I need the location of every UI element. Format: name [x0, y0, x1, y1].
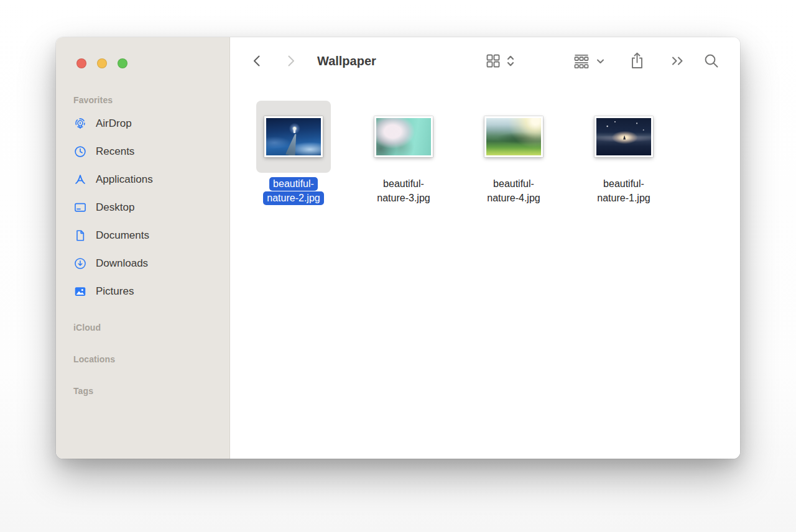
downloads-icon [73, 257, 87, 270]
sidebar: Favorites AirDrop [56, 37, 230, 459]
thumbnail-box [476, 101, 551, 173]
chevron-left-icon [250, 53, 264, 68]
file-name-label: beautiful- nature-2.jpg [256, 177, 331, 205]
sidebar-item-label: Applications [96, 173, 153, 186]
file-name-line: beautiful- [269, 177, 318, 191]
back-button[interactable] [250, 53, 264, 68]
file-name-line: beautiful- [377, 177, 430, 191]
sort-chevrons-icon [506, 53, 515, 68]
file-name-line: nature-4.jpg [487, 191, 540, 205]
file-name-line: nature-3.jpg [377, 191, 430, 205]
toolbar: Wallpaper [230, 37, 740, 85]
thumbnail-box [366, 101, 441, 173]
desktop-background: Favorites AirDrop [0, 0, 796, 532]
group-by-button[interactable] [573, 53, 605, 69]
group-by-icon [573, 53, 590, 69]
file-name-label: beautiful- nature-3.jpg [377, 177, 430, 205]
sidebar-item-label: AirDrop [96, 117, 132, 130]
sidebar-section-tags: Tags [56, 385, 229, 397]
file-name-line: beautiful- [487, 177, 540, 191]
file-item-beautiful-nature-4[interactable]: beautiful- nature-4.jpg [476, 101, 551, 205]
selected-thumbnail-highlight [256, 101, 331, 173]
desktop-icon [73, 201, 87, 214]
chevron-down-icon [596, 57, 605, 66]
file-thumbnail [264, 116, 323, 157]
sidebar-item-applications[interactable]: Applications [56, 165, 229, 193]
file-item-beautiful-nature-3[interactable]: beautiful- nature-3.jpg [366, 101, 441, 205]
file-name-line: beautiful- [597, 177, 650, 191]
share-button[interactable] [629, 52, 646, 70]
sidebar-item-label: Downloads [96, 257, 148, 270]
file-thumbnail [484, 116, 543, 157]
sidebar-item-pictures[interactable]: Pictures [56, 277, 229, 305]
sidebar-section-favorites: Favorites [56, 94, 229, 106]
sidebar-item-documents[interactable]: Documents [56, 221, 229, 249]
applications-icon [73, 173, 87, 186]
view-style-button[interactable] [485, 53, 515, 69]
thumbnail-image-lighthouse [266, 118, 321, 155]
sidebar-item-label: Documents [96, 229, 149, 242]
file-name-line: nature-2.jpg [263, 191, 323, 205]
search-icon [703, 52, 720, 70]
sidebar-section-icloud: iCloud [56, 322, 229, 333]
thumbnail-box [586, 101, 661, 173]
document-icon [73, 229, 87, 242]
double-chevron-right-icon [670, 53, 687, 68]
clock-icon [73, 145, 87, 158]
share-icon [629, 52, 646, 70]
grid-view-icon [485, 53, 501, 69]
sidebar-item-label: Desktop [96, 201, 134, 214]
airdrop-icon [73, 117, 87, 131]
sidebar-item-desktop[interactable]: Desktop [56, 193, 229, 221]
thumbnail-image-hills [486, 118, 541, 155]
file-grid: beautiful- nature-2.jpg beautiful- n [230, 85, 740, 205]
pictures-icon [73, 285, 87, 298]
sidebar-item-airdrop[interactable]: AirDrop [56, 109, 229, 137]
sidebar-section-locations: Locations [56, 354, 229, 365]
sidebar-item-label: Pictures [96, 285, 134, 298]
file-thumbnail [595, 116, 653, 157]
finder-window: Favorites AirDrop [56, 37, 740, 459]
sidebar-item-downloads[interactable]: Downloads [56, 249, 229, 277]
sidebar-item-recents[interactable]: Recents [56, 137, 229, 165]
file-name-line: nature-1.jpg [597, 191, 650, 205]
thumbnail-image-night-sky [596, 118, 651, 155]
main-pane: Wallpaper [230, 37, 740, 459]
file-item-beautiful-nature-2[interactable]: beautiful- nature-2.jpg [256, 101, 331, 205]
chevron-right-icon [284, 53, 298, 68]
file-name-label: beautiful- nature-1.jpg [597, 177, 650, 205]
file-thumbnail [374, 116, 433, 157]
window-controls [76, 58, 127, 68]
close-button[interactable] [76, 58, 86, 68]
file-name-label: beautiful- nature-4.jpg [487, 177, 540, 205]
file-browser-content[interactable]: beautiful- nature-2.jpg beautiful- n [230, 85, 740, 459]
sidebar-item-label: Recents [96, 145, 134, 158]
forward-button[interactable] [284, 53, 298, 68]
zoom-button[interactable] [118, 58, 127, 68]
thumbnail-image-dandelion [376, 118, 431, 155]
file-item-beautiful-nature-1[interactable]: beautiful- nature-1.jpg [586, 101, 661, 205]
window-title: Wallpaper [317, 54, 376, 68]
search-button[interactable] [703, 52, 720, 70]
minimize-button[interactable] [97, 58, 107, 68]
toolbar-overflow-button[interactable] [670, 53, 687, 68]
